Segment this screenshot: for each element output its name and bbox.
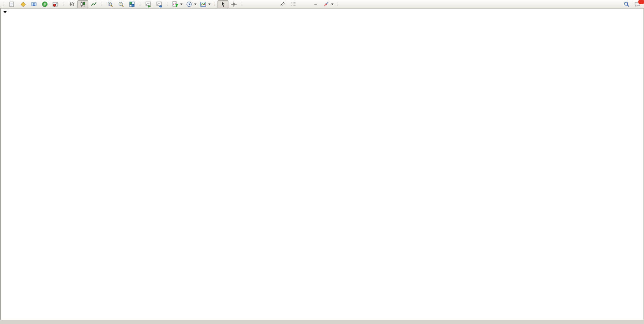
arrow-shapes-tool[interactable]: [321, 0, 335, 8]
signals-icon: [42, 1, 48, 7]
periods-dropdown-caret[interactable]: [194, 4, 197, 5]
toolbar-grip: ⋮: [336, 2, 340, 6]
search-button[interactable]: [621, 0, 632, 8]
trendline-tool[interactable]: [267, 0, 277, 8]
templates-button[interactable]: [198, 0, 212, 8]
bar-chart-icon: [69, 1, 75, 7]
tile-windows-button[interactable]: [126, 0, 137, 8]
toolbar-grip: ⋮: [240, 2, 244, 6]
text-label-tool[interactable]: [310, 0, 321, 8]
zoom-in-icon: [107, 1, 114, 7]
line-chart-button[interactable]: [88, 0, 99, 8]
equidistant-channel-icon: [280, 1, 286, 7]
zoom-out-icon: [118, 1, 125, 7]
chart-shift-icon: [156, 1, 163, 7]
toolbar: ⋮ ⋮: [0, 0, 644, 9]
candlestick-chart-icon: [80, 1, 86, 7]
search-icon: [623, 1, 630, 7]
text-label-icon: [314, 4, 317, 5]
equidistant-channel-tool[interactable]: [277, 0, 288, 8]
toolbar-grip: ⋮: [165, 2, 169, 6]
arrow-shapes-dropdown-caret[interactable]: [331, 4, 333, 5]
chart-title-bar[interactable]: [1, 9, 643, 15]
toolbar-grip: ⋮: [213, 2, 217, 6]
new-order-button[interactable]: [7, 0, 18, 8]
profile-icon: [20, 1, 26, 7]
clock-icon: [186, 1, 192, 7]
bar-chart-button[interactable]: [67, 0, 77, 8]
auto-trading-button[interactable]: [50, 0, 61, 8]
window-bottom-strip: [0, 320, 644, 324]
toolbar-grip: ⋮: [62, 2, 66, 6]
profile-button[interactable]: [18, 0, 28, 8]
auto-scroll-icon: [145, 1, 152, 7]
terminal-icon: [31, 1, 37, 7]
chat-button[interactable]: [632, 0, 643, 8]
crosshair-tool-button[interactable]: [228, 0, 239, 8]
toolbar-grip: ⋮: [138, 2, 142, 6]
text-tool[interactable]: [299, 0, 310, 8]
periods-button[interactable]: [184, 0, 198, 8]
horizontal-line-tool[interactable]: [256, 0, 267, 8]
chart-menu-caret-icon[interactable]: [4, 11, 7, 13]
arrow-shapes-icon: [323, 1, 329, 7]
fibonacci-tool[interactable]: [288, 0, 299, 8]
zoom-out-button[interactable]: [116, 0, 126, 8]
indicators-button[interactable]: [170, 0, 184, 8]
new-order-icon: [8, 1, 15, 7]
toolbar-grip: ⋮: [100, 2, 104, 6]
notification-badge: [638, 0, 644, 5]
auto-scroll-button[interactable]: [143, 0, 154, 8]
line-chart-icon: [91, 1, 97, 7]
terminal-button[interactable]: [28, 0, 39, 8]
indicators-dropdown-caret[interactable]: [180, 4, 182, 5]
fibonacci-icon: [291, 1, 297, 7]
indicators-add-icon: [172, 1, 178, 7]
candlestick-chart-button[interactable]: [77, 0, 88, 8]
templates-icon: [200, 1, 206, 7]
chart-shift-button[interactable]: [154, 0, 165, 8]
signals-button[interactable]: [39, 0, 50, 8]
crosshair-icon: [231, 1, 237, 7]
window-border-left: [0, 9, 1, 320]
tile-windows-icon: [129, 1, 135, 7]
templates-dropdown-caret[interactable]: [208, 4, 211, 5]
cursor-tool-button[interactable]: [218, 0, 228, 8]
zoom-in-button[interactable]: [105, 0, 116, 8]
vertical-line-tool[interactable]: [245, 0, 256, 8]
toolbar-grip: ⋮: [2, 2, 6, 6]
auto-trading-icon: [52, 1, 58, 7]
chart-canvas[interactable]: [0, 0, 644, 324]
cursor-icon: [220, 1, 226, 7]
